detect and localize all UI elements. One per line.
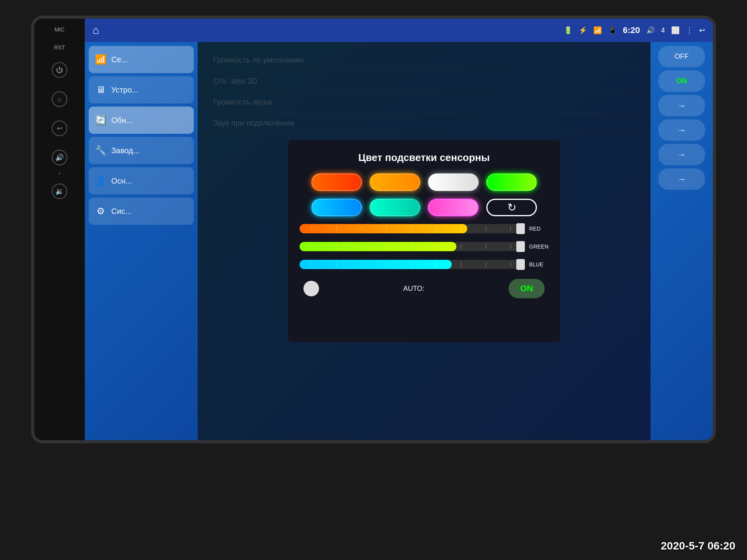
- slider-section: RED: [300, 224, 549, 269]
- right-btn-arrow-1[interactable]: →: [658, 95, 705, 116]
- account-sidebar-icon: 👤: [95, 175, 107, 186]
- tick: [436, 262, 437, 267]
- tick: [436, 226, 437, 231]
- battery-icon: 🔋: [564, 26, 572, 35]
- on-button[interactable]: ON: [509, 279, 545, 298]
- swatch-teal[interactable]: [370, 199, 420, 216]
- sidebar-item-update[interactable]: 🔄 Обн...: [89, 107, 194, 134]
- tick: [461, 226, 461, 231]
- vol-down-button[interactable]: 🔉: [52, 184, 67, 199]
- back-button[interactable]: ↩: [52, 121, 67, 136]
- sidebar-item-display[interactable]: 🖥 Устро...: [89, 76, 194, 103]
- main-content: Громкость по умолчанию Отк. звук 3D Гром…: [198, 42, 651, 440]
- red-slider-row: RED: [300, 224, 549, 233]
- sim-icon: 📱: [608, 26, 617, 35]
- right-btn-arrow-2[interactable]: →: [658, 119, 705, 141]
- blue-slider-track: [300, 260, 523, 269]
- swatch-orange-red[interactable]: [311, 173, 362, 191]
- tick: [461, 262, 461, 267]
- red-label: RED: [529, 226, 549, 232]
- blue-slider-thumb[interactable]: [516, 259, 525, 270]
- tick: [386, 244, 387, 249]
- sidebar-item-factory[interactable]: 🔧 Завод...: [89, 137, 194, 164]
- tick: [361, 226, 362, 231]
- tick: [486, 262, 486, 267]
- wifi-icon: 📶: [593, 26, 602, 35]
- right-btn-on[interactable]: ON: [658, 70, 705, 92]
- mic-label: MIC: [54, 26, 65, 33]
- tick: [411, 226, 412, 231]
- screen-icon: ⬜: [671, 26, 680, 35]
- display-sidebar-icon: 🖥: [95, 84, 107, 95]
- green-ticks: [300, 242, 523, 251]
- blue-label: BLUE: [529, 261, 549, 268]
- tick: [510, 244, 511, 249]
- volume-level: 4: [661, 26, 665, 35]
- system-sidebar-icon: ⚙: [95, 206, 107, 217]
- vol-up-label: +: [58, 171, 61, 176]
- tick: [436, 244, 437, 249]
- right-btn-off[interactable]: OFF: [658, 46, 705, 67]
- device-frame: MIC RST ⏻ ⌂ ↩ 🔊 + 🔉 - ⌂ 🔋 ⚡ 📶 📱 6:20 🔊 4…: [31, 16, 716, 443]
- swatch-cyan[interactable]: [311, 199, 362, 216]
- sidebar-account-label: Осн...: [111, 177, 132, 186]
- red-ticks: [300, 224, 523, 233]
- red-slider-fill: [300, 224, 467, 233]
- tick: [312, 226, 312, 231]
- color-picker-modal: Цвет подсветки сенсорны ↻: [288, 140, 560, 342]
- wifi-sidebar-icon: 📶: [95, 54, 107, 65]
- color-swatches-row1: [300, 173, 549, 191]
- modal-title: Цвет подсветки сенсорны: [300, 152, 549, 164]
- vol-up-button[interactable]: 🔊: [52, 150, 67, 165]
- tick: [312, 262, 312, 267]
- red-slider-thumb[interactable]: [516, 223, 525, 234]
- update-sidebar-icon: 🔄: [95, 115, 107, 126]
- blue-slider-fill: [300, 260, 452, 269]
- tick: [337, 262, 337, 267]
- swatch-orange[interactable]: [370, 173, 420, 191]
- swatch-green[interactable]: [486, 173, 537, 191]
- blue-ticks: [300, 260, 523, 269]
- tick: [386, 226, 387, 231]
- tick: [486, 244, 486, 249]
- right-btn-arrow-3[interactable]: →: [658, 144, 705, 165]
- tick: [386, 262, 387, 267]
- sidebar-wifi-label: Се...: [111, 55, 128, 64]
- power-button[interactable]: ⏻: [52, 62, 67, 78]
- status-icons: 🔋 ⚡ 📶 📱 6:20 🔊 4 ⬜ ⋮ ↩: [564, 25, 705, 35]
- sidebar-item-wifi[interactable]: 📶 Се...: [89, 46, 194, 73]
- back-nav-icon[interactable]: ↩: [699, 26, 705, 35]
- right-panel: OFF ON → → → →: [651, 42, 713, 440]
- sidebar-system-label: Сис...: [111, 207, 132, 216]
- tick: [361, 262, 362, 267]
- modal-bottom-row: AUTO: ON: [300, 279, 549, 298]
- sidebar-factory-label: Завод...: [111, 146, 140, 155]
- sidebar-item-account[interactable]: 👤 Осн...: [89, 167, 194, 194]
- tick: [510, 226, 511, 231]
- swatch-pink[interactable]: [428, 199, 479, 216]
- circle-toggle-button[interactable]: [303, 281, 319, 296]
- color-swatches-row2: ↻: [300, 199, 549, 216]
- bluetooth-icon: ⚡: [579, 26, 587, 35]
- tick: [411, 244, 412, 249]
- right-btn-arrow-4[interactable]: →: [658, 168, 705, 190]
- green-slider-thumb[interactable]: [516, 241, 525, 252]
- swatch-white[interactable]: [428, 173, 479, 191]
- tick: [337, 226, 337, 231]
- sidebar-item-system[interactable]: ⚙ Сис...: [89, 198, 194, 225]
- menu-icon[interactable]: ⋮: [686, 26, 693, 35]
- tick: [361, 244, 362, 249]
- status-bar: ⌂ 🔋 ⚡ 📶 📱 6:20 🔊 4 ⬜ ⋮ ↩: [85, 19, 713, 42]
- swatch-cycle[interactable]: ↻: [486, 199, 537, 216]
- home-icon[interactable]: ⌂: [93, 24, 99, 37]
- timestamp: 2020-5-7 06:20: [661, 540, 735, 552]
- tick: [337, 244, 337, 249]
- sidebar-display-label: Устро...: [111, 86, 138, 94]
- screen: ⌂ 🔋 ⚡ 📶 📱 6:20 🔊 4 ⬜ ⋮ ↩ 📶 Се... 🖥: [85, 19, 713, 440]
- home-button[interactable]: ⌂: [52, 91, 67, 107]
- sidebar: 📶 Се... 🖥 Устро... 🔄 Обн... 🔧 Завод... 👤…: [85, 42, 198, 440]
- factory-sidebar-icon: 🔧: [95, 145, 107, 156]
- tick: [461, 244, 461, 249]
- tick: [411, 262, 412, 267]
- modal-overlay: Цвет подсветки сенсорны ↻: [198, 42, 651, 440]
